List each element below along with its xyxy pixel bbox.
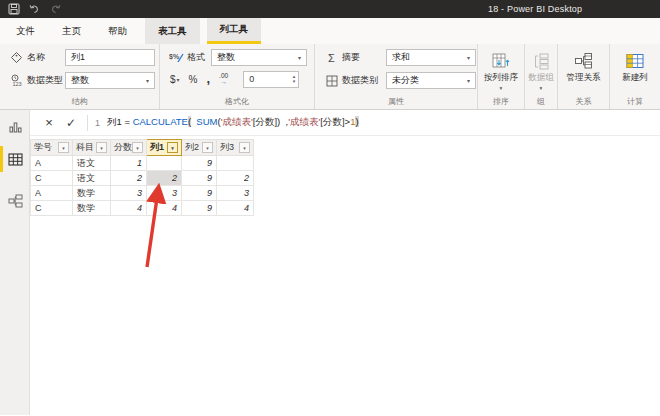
- cell[interactable]: 9: [182, 186, 217, 201]
- cell[interactable]: 1: [111, 156, 147, 171]
- chevron-down-icon: ▾: [463, 77, 470, 84]
- column-header-2[interactable]: 分数▾: [111, 140, 147, 156]
- formula-token: ): [355, 116, 358, 127]
- tab-home[interactable]: 主页: [51, 18, 92, 44]
- thousands-separator-button[interactable]: ,: [206, 75, 210, 83]
- cell[interactable]: C: [31, 171, 73, 186]
- sort-by-column-button[interactable]: 按列排序 ▾: [478, 44, 524, 91]
- cell[interactable]: 3: [111, 186, 147, 201]
- powerbi-window: 18 - Power BI Desktop 文件主页帮助表工具列工具 名称 列1…: [0, 0, 660, 416]
- filter-dropdown-icon[interactable]: ▾: [202, 142, 213, 153]
- format-label: 格式: [187, 51, 211, 64]
- cell[interactable]: 数学: [73, 201, 111, 216]
- data-groups-label: 数据组: [528, 72, 554, 84]
- commit-formula-button[interactable]: ✓: [60, 116, 82, 130]
- cell[interactable]: 9: [182, 201, 217, 216]
- model-view-icon[interactable]: [0, 188, 30, 214]
- column-name-input[interactable]: 列1: [65, 49, 155, 66]
- column-header-3[interactable]: 列1▾: [147, 140, 182, 156]
- cell[interactable]: 4: [217, 201, 254, 216]
- tab-help[interactable]: 帮助: [97, 18, 138, 44]
- new-column-label: 新建列: [622, 72, 648, 84]
- chevron-down-icon: ▾: [540, 85, 543, 91]
- data-category-icon: [323, 75, 340, 87]
- cell[interactable]: 9: [182, 171, 217, 186]
- filter-dropdown-icon[interactable]: ▾: [96, 142, 107, 153]
- summarization-dropdown[interactable]: 求和▾: [386, 49, 476, 66]
- cell[interactable]: 2: [147, 171, 182, 186]
- manage-relationships-button[interactable]: 管理关系: [558, 44, 609, 84]
- group-label-formatting: 格式化: [160, 96, 314, 107]
- filter-dropdown-icon[interactable]: ▾: [167, 142, 178, 153]
- currency-format-button[interactable]: $▾: [170, 74, 180, 85]
- chevron-down-icon: ▾: [463, 54, 470, 61]
- formula-token: [分数]: [253, 116, 277, 127]
- cell[interactable]: [147, 156, 182, 171]
- filter-dropdown-icon[interactable]: ▾: [132, 142, 143, 153]
- formula-text[interactable]: 列1 = CALCULATE( SUM('成绩表'[分数]) ,'成绩表'[分数…: [107, 116, 359, 129]
- cell[interactable]: A: [31, 156, 73, 171]
- cell[interactable]: 4: [147, 201, 182, 216]
- new-column-button[interactable]: 新建列: [610, 44, 660, 84]
- svg-text:$%: $%: [169, 53, 180, 61]
- stepper-arrows-icon[interactable]: ▴▾: [293, 74, 299, 84]
- ribbon-group-properties: Σ 摘要 求和▾ 数据类别 未分类▾ 属性: [315, 44, 478, 109]
- report-view-icon[interactable]: [0, 114, 30, 140]
- format-dropdown[interactable]: 整数▾: [211, 49, 307, 66]
- data-category-dropdown[interactable]: 未分类▾: [386, 72, 476, 89]
- group-label-properties: 属性: [315, 96, 477, 107]
- percent-format-button[interactable]: %: [189, 74, 198, 85]
- formula-token: '成绩表': [288, 116, 320, 127]
- tab-file[interactable]: 文件: [5, 18, 46, 44]
- cancel-formula-button[interactable]: ×: [38, 115, 60, 130]
- column-header-label: 学号: [34, 141, 52, 154]
- column-header-0[interactable]: 学号▾: [31, 140, 73, 156]
- manage-relationships-icon: [574, 50, 593, 72]
- ribbon-group-structure: 名称 列1 123 数据类型 整数▾ 结构: [0, 44, 160, 109]
- ribbon: 名称 列1 123 数据类型 整数▾ 结构 $% 格式 整数▾: [0, 44, 660, 110]
- cell[interactable]: 数学: [73, 186, 111, 201]
- table-body: A语文19C语文2292A数学3393C数学4494: [31, 156, 254, 216]
- data-view-icon[interactable]: [0, 146, 30, 172]
- sort-by-column-icon: [492, 50, 511, 72]
- column-header-1[interactable]: 科目▾: [73, 140, 111, 156]
- formula-token: [分数]: [320, 116, 344, 127]
- cell[interactable]: 2: [111, 171, 147, 186]
- redo-icon[interactable]: [49, 3, 62, 15]
- cell[interactable]: 3: [217, 186, 254, 201]
- table-row: A数学3393: [31, 186, 254, 201]
- column-header-5[interactable]: 列3▾: [217, 140, 254, 156]
- cell[interactable]: [217, 156, 254, 171]
- save-icon[interactable]: [8, 3, 20, 15]
- column-header-4[interactable]: 列2▾: [182, 140, 217, 156]
- new-column-icon: [626, 50, 644, 72]
- decimal-places-icon[interactable]: .00→: [219, 73, 228, 85]
- data-view-main: × ✓ 1 列1 = CALCULATE( SUM('成绩表'[分数]) ,'成…: [30, 110, 660, 415]
- filter-dropdown-icon[interactable]: ▾: [239, 142, 250, 153]
- sigma-icon: Σ: [323, 52, 340, 64]
- table-row: C数学4494: [31, 201, 254, 216]
- filter-dropdown-icon[interactable]: ▾: [58, 142, 69, 153]
- cell[interactable]: 9: [182, 156, 217, 171]
- datatype-dropdown[interactable]: 整数▾: [65, 72, 155, 89]
- cell[interactable]: C: [31, 201, 73, 216]
- formula-line-number: 1: [95, 118, 100, 128]
- tab-column-tools[interactable]: 列工具: [207, 18, 262, 44]
- data-groups-icon: [533, 50, 549, 72]
- data-canvas: 学号▾科目▾分数▾列1▾列2▾列3▾ A语文19C语文2292A数学3393C数…: [30, 136, 660, 415]
- cell[interactable]: A: [31, 186, 73, 201]
- decimal-places-stepper[interactable]: 0▴▾: [243, 71, 299, 88]
- category-label: 数据类别: [342, 74, 386, 87]
- titlebar: 18 - Power BI Desktop: [0, 0, 660, 18]
- ribbon-tabs: 文件主页帮助表工具列工具: [0, 18, 660, 44]
- tab-table-tools[interactable]: 表工具: [145, 18, 200, 44]
- cell[interactable]: 3: [147, 186, 182, 201]
- undo-icon[interactable]: [28, 3, 41, 15]
- window-title: 18 - Power BI Desktop: [488, 4, 582, 14]
- cell[interactable]: 语文: [73, 156, 111, 171]
- cell[interactable]: 2: [217, 171, 254, 186]
- chevron-down-icon: ▾: [177, 76, 180, 83]
- group-label-groups: 组: [525, 96, 557, 107]
- cell[interactable]: 4: [111, 201, 147, 216]
- cell[interactable]: 语文: [73, 171, 111, 186]
